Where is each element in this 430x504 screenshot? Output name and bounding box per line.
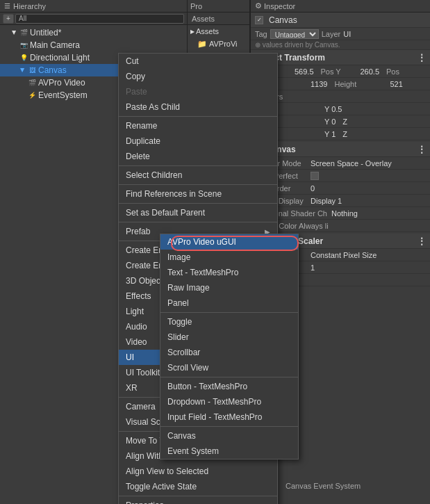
events-icon: ⚡ xyxy=(28,91,36,99)
menu-video-label: Video xyxy=(126,337,147,347)
tag-label: Tag xyxy=(255,30,267,38)
submenu-dropdown-tmp-label: Dropdown - TextMeshPro xyxy=(167,397,261,407)
pro-bar: Pro xyxy=(188,0,250,13)
tree-item-main-camera[interactable]: 📷 Main Camera xyxy=(0,39,187,51)
hierarchy-icon: ☰ xyxy=(4,2,10,10)
submenu-panel-label: Panel xyxy=(167,298,189,308)
tree-label-directional-light: Directional Light xyxy=(30,53,90,63)
pos-z-label: Pos xyxy=(386,67,426,76)
scale-factor-value: 1 xyxy=(311,263,315,272)
object-active-checkbox[interactable]: ✓ xyxy=(255,16,263,24)
tag-select[interactable]: Untagged xyxy=(270,29,319,39)
ui-submenu: AVPro Video uGUI Image Text - TextMeshPr… xyxy=(160,234,299,460)
add-button[interactable]: + xyxy=(3,14,14,24)
menu-effects-label: Effects xyxy=(126,291,151,301)
inspector-gear-icon: ⚙ xyxy=(255,1,262,10)
height-value: 521 xyxy=(390,80,402,88)
pixel-perfect-checkbox[interactable] xyxy=(311,172,319,180)
submenu-input-tmp-label: Input Field - TextMeshPro xyxy=(167,412,263,422)
menu-find-refs[interactable]: Find References in Scene xyxy=(119,186,277,202)
menu-set-default-label: Set as Default Parent xyxy=(126,208,205,218)
rot-y: Y 0 xyxy=(324,117,336,126)
menu-align-view-selected[interactable]: Align View to Selected xyxy=(119,464,277,479)
submenu-text-tmp[interactable]: Text - TextMeshPro xyxy=(160,265,298,280)
menu-paste[interactable]: Paste xyxy=(119,84,277,99)
submenu-event-system-label: Event System xyxy=(167,446,219,456)
menu-copy[interactable]: Copy xyxy=(119,69,277,84)
menu-duplicate[interactable]: Duplicate xyxy=(119,133,277,149)
menu-properties-label: Properties... xyxy=(126,501,171,504)
submenu-button-tmp[interactable]: Button - TextMeshPro xyxy=(160,379,298,394)
submenu-event-system[interactable]: Event System xyxy=(160,444,298,459)
rect-transform-menu[interactable]: ⋮ xyxy=(417,53,426,63)
canvas-component-menu[interactable]: ⋮ xyxy=(417,145,426,154)
submenu-raw-image[interactable]: Raw Image xyxy=(160,280,298,295)
submenu-scrollbar[interactable]: Scrollbar xyxy=(160,345,298,360)
inspector-header: ⚙ Inspector xyxy=(251,0,430,13)
assets-title: Assets xyxy=(192,15,215,23)
tree-item-untitled[interactable]: ▶ 🎬 Untitled* xyxy=(0,26,187,39)
menu-properties[interactable]: Properties... xyxy=(119,498,277,504)
menu-copy-label: Copy xyxy=(126,72,145,81)
menu-select-children-label: Select Children xyxy=(126,170,182,180)
search-input[interactable] xyxy=(15,14,184,24)
menu-ui-toolkit-label: UI Toolkit xyxy=(126,368,160,377)
submenu-sep-2 xyxy=(160,377,298,377)
folder-icon: 📁 xyxy=(197,40,207,49)
menu-delete[interactable]: Delete xyxy=(119,149,277,164)
submenu-canvas-label: Canvas xyxy=(167,431,196,441)
tree-label-canvas: Canvas xyxy=(38,65,67,75)
arrow-assets: ▶ xyxy=(190,29,195,35)
rect-note-text: ⊕ values driven by Canvas. xyxy=(255,41,340,49)
hierarchy-title: Hierarchy xyxy=(13,2,46,10)
menu-paste-child[interactable]: Paste As Child xyxy=(119,99,277,115)
tag-layer-row: Tag Untagged Layer UI xyxy=(251,28,430,40)
menu-rename[interactable]: Rename xyxy=(119,118,277,133)
menu-rename-label: Rename xyxy=(126,121,157,131)
menu-paste-child-label: Paste As Child xyxy=(126,102,180,112)
menu-select-children[interactable]: Select Children xyxy=(119,168,277,183)
submenu-canvas[interactable]: Canvas xyxy=(160,428,298,444)
menu-set-default-parent[interactable]: Set as Default Parent xyxy=(119,205,277,220)
submenu-input-tmp[interactable]: Input Field - TextMeshPro xyxy=(160,409,298,425)
rect-note: ⊕ values driven by Canvas. xyxy=(251,40,430,50)
scale-z: Z xyxy=(342,130,347,138)
pos-x-value: 569.5 xyxy=(295,67,314,76)
separator-5 xyxy=(119,222,277,222)
submenu-toggle[interactable]: Toggle xyxy=(160,314,298,330)
object-name-row: ✓ Canvas xyxy=(251,13,430,28)
assets-item-root[interactable]: ▶ Assets xyxy=(188,25,249,38)
submenu-panel[interactable]: Panel xyxy=(160,295,298,311)
canvas-event-text: Canvas Event System xyxy=(286,482,361,490)
canvas-scaler-menu[interactable]: ⋮ xyxy=(417,236,426,246)
submenu-avpro[interactable]: AVPro Video uGUI xyxy=(160,234,298,250)
submenu-scroll-view[interactable]: Scroll View xyxy=(160,360,298,375)
submenu-sep-1 xyxy=(160,312,298,313)
rot-z: Z xyxy=(342,117,347,126)
assets-label-avprovi: AVProVi xyxy=(209,40,238,48)
height-label: Height xyxy=(334,80,390,88)
menu-light-label: Light xyxy=(126,307,144,316)
submenu-sep-3 xyxy=(160,426,298,427)
menu-cut[interactable]: Cut xyxy=(119,54,277,69)
arrow-untitled: ▶ xyxy=(11,29,18,36)
submenu-raw-image-label: Raw Image xyxy=(167,283,210,293)
submenu-dropdown-tmp[interactable]: Dropdown - TextMeshPro xyxy=(160,394,298,409)
hierarchy-toolbar: + xyxy=(0,13,187,25)
hierarchy-header: ☰ Hierarchy xyxy=(0,0,187,13)
submenu-toggle-label: Toggle xyxy=(167,317,192,327)
submenu-slider[interactable]: Slider xyxy=(160,330,298,345)
menu-toggle-active[interactable]: Toggle Active State xyxy=(119,479,277,494)
assets-item-avprovi[interactable]: 📁 AVProVi xyxy=(188,38,249,50)
menu-audio-label: Audio xyxy=(126,322,147,332)
separator-9 xyxy=(119,496,277,496)
menu-ui-label: UI xyxy=(126,352,134,362)
avpro-icon: 🎬 xyxy=(28,79,36,87)
submenu-scrollbar-label: Scrollbar xyxy=(167,348,200,357)
arrow-canvas: ▶ xyxy=(19,67,26,74)
tree-label-eventsystem: EventSystem xyxy=(38,90,88,100)
scene-icon: 🎬 xyxy=(19,29,28,37)
separator-3 xyxy=(119,184,277,185)
pos-y-value: 260.5 xyxy=(361,67,380,76)
submenu-image[interactable]: Image xyxy=(160,250,298,265)
